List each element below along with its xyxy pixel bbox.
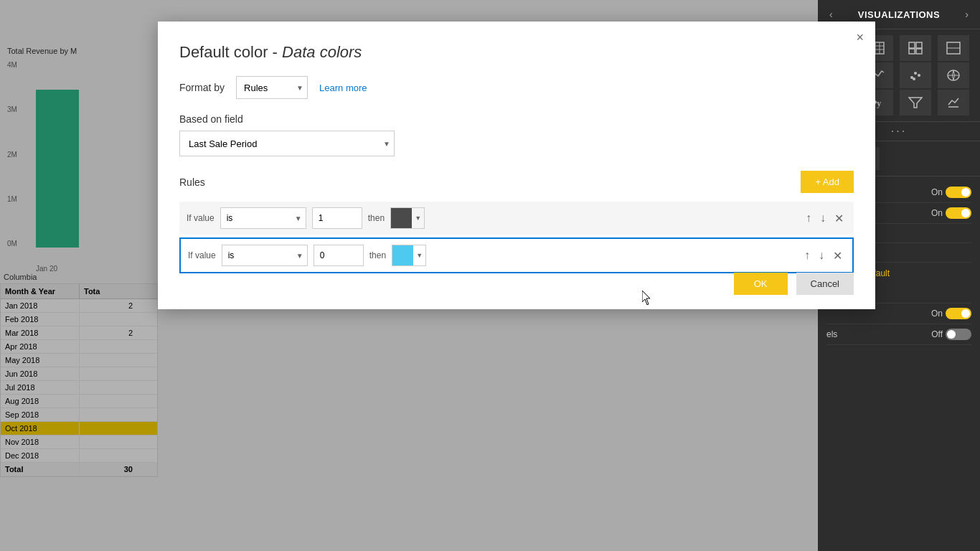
learn-more-link[interactable]: Learn more — [319, 83, 367, 93]
svg-marker-24 — [909, 98, 922, 108]
rule-row-1: If value is ▼ then ▼ ↑ ↓ ✕ — [179, 202, 854, 235]
based-on-label: Based on field — [179, 113, 854, 125]
rule-condition-select-2[interactable]: is — [222, 245, 308, 266]
viz-icon-scatter[interactable] — [900, 62, 931, 88]
dialog-footer: OK Cancel — [734, 273, 854, 295]
rule-delete-button-1[interactable]: ✕ — [831, 210, 847, 227]
toggle-on-3: On — [931, 308, 971, 319]
rule-value-input-2[interactable] — [314, 245, 364, 266]
toggle-off-text-labels: Off — [931, 329, 943, 339]
rule-condition-wrapper-1: is ▼ — [220, 207, 306, 229]
rules-section: Rules + Add If value is ▼ then ▼ ↑ ↓ ✕ — [179, 171, 854, 273]
ok-button[interactable]: OK — [734, 273, 788, 295]
toggle-thumb-3 — [961, 309, 970, 318]
toggle-track-2[interactable] — [946, 207, 971, 219]
viz-icon-map[interactable] — [938, 62, 969, 88]
viz-icon-other1[interactable] — [938, 35, 969, 61]
svg-rect-9 — [916, 42, 922, 48]
rule-condition-wrapper-2: is ▼ — [222, 245, 308, 266]
field-select-wrapper: Last Sale Period ▼ — [179, 131, 395, 156]
toggle-track-3[interactable] — [946, 308, 971, 319]
svg-rect-8 — [909, 42, 915, 48]
toggle-on-text-2: On — [931, 208, 943, 218]
format-toggle-labels: els Off — [826, 324, 971, 345]
svg-point-18 — [918, 74, 920, 77]
color-swatch-display-2 — [392, 245, 413, 265]
default-color-dialog: × Default color - Data colors Format by … — [158, 22, 875, 309]
toggle-on-2: On — [931, 207, 971, 219]
field-select[interactable]: Last Sale Period — [179, 131, 395, 156]
rule-delete-button-2[interactable]: ✕ — [830, 248, 845, 264]
rule-row-2: If value is ▼ then ▼ ↑ ↓ ✕ — [179, 237, 854, 273]
svg-point-17 — [914, 72, 917, 75]
format-by-select-wrapper: Rules ▼ — [236, 76, 308, 99]
rules-header: Rules + Add — [179, 171, 854, 193]
toggle-thumb-1 — [961, 188, 970, 197]
toggle-off-labels: Off — [931, 329, 971, 340]
viz-icon-matrix[interactable] — [900, 35, 931, 61]
rule-color-swatch-2[interactable]: ▼ — [392, 245, 426, 266]
viz-more-dots: ··· — [891, 125, 907, 138]
rules-label: Rules — [179, 176, 205, 188]
rule-if-label-2: If value — [188, 250, 216, 260]
svg-rect-11 — [916, 49, 922, 54]
viz-icon-funnel[interactable] — [900, 90, 931, 116]
rule-color-swatch-1[interactable]: ▼ — [390, 207, 425, 229]
swatch-dropdown-icon-2: ▼ — [413, 252, 425, 259]
dialog-title: Default color - Data colors — [179, 43, 854, 62]
svg-point-19 — [913, 77, 915, 80]
toggle-track-labels[interactable] — [946, 329, 971, 340]
viz-panel-title: VISUALIZATIONS — [858, 9, 940, 20]
rule-actions-2: ↑ ↓ ✕ — [801, 248, 845, 264]
viz-icon-kpi[interactable] — [938, 90, 969, 116]
format-by-select[interactable]: Rules — [236, 76, 308, 99]
toggle-on-1: On — [931, 187, 971, 198]
rule-move-up-button-2[interactable]: ↑ — [801, 248, 813, 264]
based-on-section: Based on field Last Sale Period ▼ — [179, 113, 854, 156]
toggle-on-text-3: On — [931, 309, 943, 319]
svg-rect-10 — [909, 49, 915, 54]
toggle-thumb-labels — [947, 330, 956, 339]
swatch-dropdown-icon-1: ▼ — [412, 215, 424, 222]
format-by-label: Format by — [179, 82, 225, 93]
rule-condition-select-1[interactable]: is — [220, 207, 306, 229]
rule-then-label-2: then — [369, 250, 386, 260]
add-rule-button[interactable]: + Add — [801, 171, 854, 193]
format-by-row: Format by Rules ▼ Learn more — [179, 76, 854, 99]
toggle-on-text-1: On — [931, 187, 943, 197]
cancel-button[interactable]: Cancel — [796, 273, 854, 295]
color-swatch-display-1 — [391, 208, 412, 228]
format-labels-label: els — [826, 329, 837, 339]
toggle-track-1[interactable] — [946, 187, 971, 198]
dialog-close-button[interactable]: × — [856, 30, 864, 45]
rule-move-down-button-1[interactable]: ↓ — [817, 210, 829, 227]
rule-value-input-1[interactable] — [312, 207, 362, 229]
rule-move-down-button-2[interactable]: ↓ — [816, 248, 827, 264]
rule-then-label-1: then — [368, 213, 385, 223]
rule-actions-1: ↑ ↓ ✕ — [803, 210, 847, 227]
rule-if-label-1: If value — [187, 213, 215, 223]
viz-nav-right-button[interactable]: › — [962, 7, 971, 22]
rule-move-up-button-1[interactable]: ↑ — [803, 210, 814, 227]
toggle-thumb-2 — [961, 209, 970, 217]
viz-nav-left-button[interactable]: ‹ — [826, 7, 836, 22]
